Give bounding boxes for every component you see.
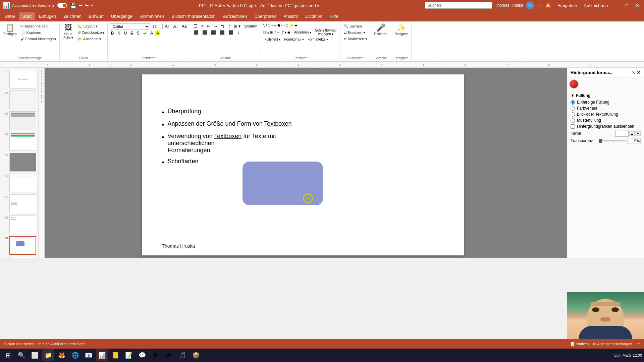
- kopieren-btn[interactable]: 📄 Kopieren: [19, 30, 57, 36]
- onenote-btn[interactable]: 📒: [109, 349, 121, 361]
- menu-datei[interactable]: Datei: [1, 12, 18, 20]
- formeffekte-btn[interactable]: Formeffekte ▾: [306, 37, 329, 42]
- fill-section-header[interactable]: ▼ Füllung: [571, 93, 641, 98]
- view-normal-btn[interactable]: ▭: [636, 341, 641, 347]
- checkbox-hintergrund[interactable]: Hintergrundgrafiken ausblenden: [571, 124, 641, 129]
- font-decrease-btn[interactable]: A↓: [172, 24, 179, 29]
- radio-einfarbig[interactable]: Einfarbige Füllung: [571, 100, 641, 105]
- color-arrow-down[interactable]: ▼: [635, 131, 641, 136]
- justify-btn[interactable]: ⬛: [218, 30, 226, 35]
- format-uebertragen-btn[interactable]: 🖌 Format übertragen: [19, 36, 57, 42]
- align-text-btn[interactable]: ≣ ▾: [232, 23, 241, 29]
- menu-einfuegen[interactable]: Einfügen: [36, 12, 59, 20]
- word-btn[interactable]: 📝: [123, 349, 135, 361]
- slide-thumb-55[interactable]: 55: [1, 152, 37, 172]
- indent-more-btn[interactable]: ⇥: [213, 23, 219, 29]
- rtl-btn[interactable]: ⇆: [220, 23, 226, 29]
- slide-preview-52[interactable]: [9, 90, 36, 109]
- smart-art-btn[interactable]: SmartArt: [243, 24, 259, 28]
- share-btn[interactable]: Freigeben: [555, 2, 579, 9]
- diktieren-btn[interactable]: 🎤 Diktieren: [373, 23, 389, 37]
- align-left-btn[interactable]: ⬛: [192, 30, 200, 35]
- font-size-input[interactable]: [151, 24, 163, 29]
- menu-praesentation[interactable]: Bildschirmpräsentation: [168, 12, 219, 20]
- undo-icon[interactable]: ↩: [79, 3, 83, 8]
- underline-btn[interactable]: U: [122, 31, 128, 36]
- slide-thumb-52[interactable]: 52: [1, 90, 37, 110]
- italic-btn[interactable]: K: [116, 31, 121, 36]
- radio-farbverlauf-input[interactable]: [571, 106, 575, 111]
- highlight-btn[interactable]: A: [155, 31, 160, 36]
- align-right-btn[interactable]: ⬛: [210, 30, 217, 35]
- radio-muster-input[interactable]: [571, 118, 575, 123]
- search-input[interactable]: [425, 2, 492, 9]
- menu-ansicht[interactable]: Ansicht: [280, 12, 301, 20]
- save-icon[interactable]: 💾: [70, 2, 77, 9]
- bold-btn[interactable]: B: [110, 31, 115, 36]
- slide-thumb-53[interactable]: 53: [1, 111, 37, 131]
- autosave-toggle[interactable]: [57, 3, 67, 8]
- right-panel-expand-btn[interactable]: ⤡: [632, 70, 635, 75]
- slide-preview-53[interactable]: [9, 111, 36, 130]
- menu-ueberpruefen[interactable]: Überprüfen: [251, 12, 279, 20]
- align-center-btn[interactable]: ⬛: [201, 30, 209, 35]
- font-increase-btn[interactable]: A↑: [164, 24, 171, 29]
- markieren-btn[interactable]: ✏ Markieren ▾: [342, 36, 369, 42]
- clear-format-btn[interactable]: Aa: [180, 24, 188, 29]
- slide-preview-59[interactable]: [9, 236, 36, 255]
- bullet-list-btn[interactable]: ☰: [192, 23, 199, 29]
- settings-btn[interactable]: ⚙: [150, 349, 162, 361]
- ausschneiden-btn[interactable]: ✂ Ausschneiden: [19, 23, 57, 29]
- teams-btn[interactable]: 💬: [136, 349, 148, 361]
- slide-preview-58[interactable]: Tele-textTextbox: [9, 215, 36, 234]
- shadow-btn[interactable]: S: [136, 31, 141, 36]
- ribbon-display-btn[interactable]: 🔔: [543, 2, 553, 9]
- redo-icon[interactable]: ↪: [85, 3, 89, 8]
- taskview-btn[interactable]: ⬜: [29, 349, 41, 361]
- powerpoint-taskbar-btn[interactable]: 📊: [96, 349, 108, 361]
- mail-btn[interactable]: 📧: [83, 349, 95, 361]
- slide-thumb-60[interactable]: 60: [1, 256, 37, 258]
- menu-dictation[interactable]: Dictation: [302, 12, 326, 20]
- indent-less-btn[interactable]: ⇤: [206, 23, 212, 29]
- transparency-input[interactable]: [627, 138, 641, 143]
- radio-bild[interactable]: Bild- oder Texturfüllung: [571, 112, 641, 117]
- files-btn[interactable]: 📁: [42, 349, 54, 361]
- anzeigeeinstellungen-btn[interactable]: ⚙ Anzeigeeinstellungen: [593, 342, 632, 346]
- music-btn[interactable]: 🎵: [176, 349, 189, 361]
- text-direction-btn[interactable]: ↕: [227, 23, 231, 29]
- schnelformat-btn[interactable]: Schnellformat-vorlagen ▾: [314, 28, 338, 36]
- radio-muster[interactable]: Musterfüllung: [571, 118, 641, 123]
- neue-folie-btn[interactable]: 🖼 NeueFolie ▾: [62, 23, 75, 40]
- designer-btn[interactable]: ✨ Designer: [393, 23, 409, 37]
- menu-uebergaenge[interactable]: Übergänge: [108, 12, 136, 20]
- menu-animationen[interactable]: Animationen: [137, 12, 167, 20]
- slide-thumb-57[interactable]: 57: [1, 194, 37, 214]
- slide-thumb-58[interactable]: 58 Tele-textTextbox: [1, 215, 37, 235]
- slide-thumb-59[interactable]: 59: [1, 235, 37, 255]
- slide-thumb-56[interactable]: 56: [1, 173, 37, 193]
- zuruecksetzen-btn[interactable]: ↺ Zurücksetzen: [76, 30, 105, 36]
- transparency-slider[interactable]: [599, 140, 626, 141]
- slide-preview-55[interactable]: [9, 153, 36, 172]
- col-btn[interactable]: ⬛: [227, 30, 235, 35]
- customize-icon[interactable]: ▾: [91, 3, 93, 8]
- slide-preview-54[interactable]: [9, 132, 36, 151]
- slide-preview-57[interactable]: [9, 194, 36, 213]
- menu-aufzeichnen[interactable]: Aufzeichnen: [220, 12, 251, 20]
- menu-hilfe[interactable]: Hilfe: [326, 12, 342, 20]
- checkbox-hintergrund-input[interactable]: [571, 124, 575, 129]
- record-btn[interactable]: Aufzeichnen: [582, 2, 610, 9]
- start-btn[interactable]: ⊞: [2, 349, 14, 361]
- notizen-btn[interactable]: 📝 Notizen: [571, 342, 589, 346]
- formkontur-btn[interactable]: Formkontur ▾: [283, 37, 305, 42]
- slide-thumb-54[interactable]: 54: [1, 131, 37, 152]
- menu-zeichnen[interactable]: Zeichnen: [60, 12, 85, 20]
- color-swatch[interactable]: [569, 79, 579, 89]
- arrange-btn[interactable]: Anordnen ▾: [293, 30, 313, 35]
- einfuegen-btn[interactable]: 📋 Einfügen: [2, 23, 18, 37]
- spacing-btn[interactable]: ⇌: [142, 31, 148, 36]
- radio-einfarbig-input[interactable]: [571, 100, 575, 105]
- slide-preview-56[interactable]: [9, 174, 36, 192]
- font-color-btn[interactable]: A: [149, 31, 154, 36]
